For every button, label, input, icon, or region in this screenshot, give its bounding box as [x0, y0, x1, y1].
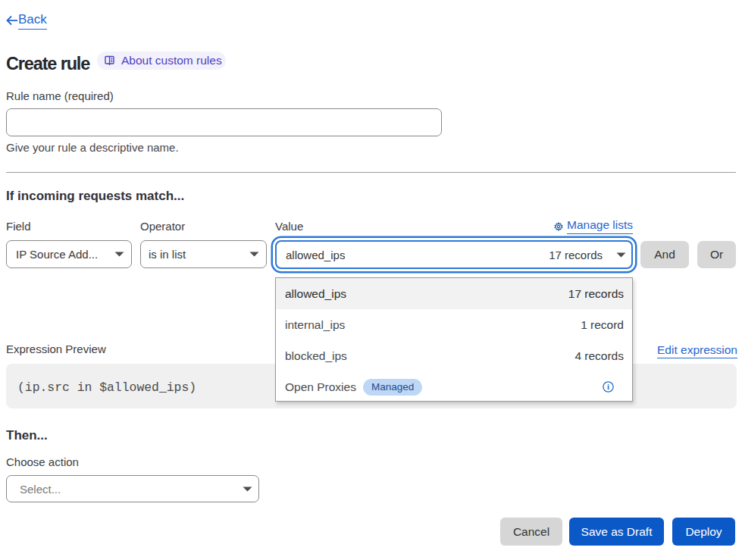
svg-text:i: i	[607, 383, 609, 391]
